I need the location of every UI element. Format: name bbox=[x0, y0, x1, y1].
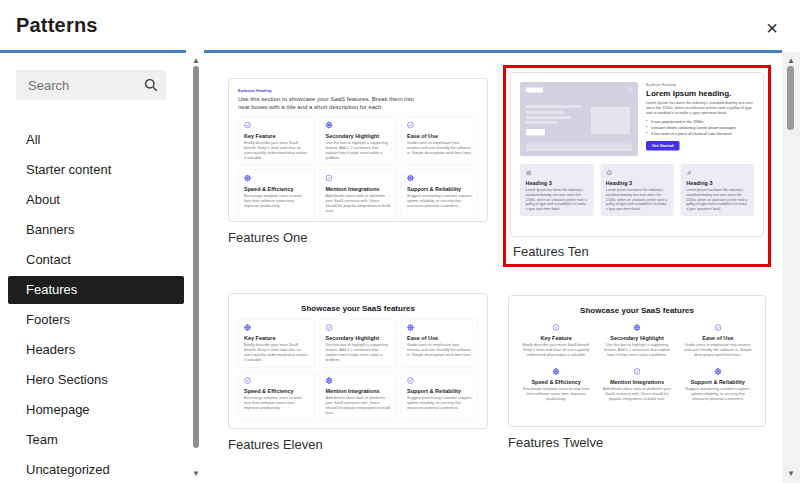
gear-icon bbox=[326, 122, 333, 130]
sidebar-scrollbar[interactable]: ▲ ▼ bbox=[189, 52, 203, 483]
pattern-features-twelve: Showcase your SaaS features Key Feature … bbox=[508, 295, 766, 450]
section-heading: Showcase your SaaS features bbox=[518, 306, 756, 315]
feature-title: Ease of Use bbox=[407, 335, 472, 341]
page-title: Patterns bbox=[16, 14, 98, 37]
sidebar-item-team[interactable]: Team bbox=[8, 425, 184, 455]
leaf-icon bbox=[686, 169, 693, 178]
sidebar-item-homepage[interactable]: Homepage bbox=[8, 395, 184, 425]
pattern-label: Features One bbox=[228, 230, 488, 245]
pattern-label: Features Eleven bbox=[228, 437, 488, 452]
pattern-card-features-twelve[interactable]: Showcase your SaaS features Key Feature … bbox=[508, 295, 766, 427]
check-circle-icon bbox=[244, 122, 251, 130]
gear-icon bbox=[553, 368, 560, 376]
feature-text: Guide users to emphasize how intuitive a… bbox=[684, 343, 752, 358]
pattern-features-ten-selected: Eyebrow Heading Lorem Ipsum heading. Lor… bbox=[503, 65, 771, 267]
feature-text: Briefly describe your main SaaS benefit.… bbox=[522, 343, 590, 358]
pattern-label: Features Ten bbox=[513, 244, 764, 259]
hero-paragraph: Lorem Ipsum has been the industry's stan… bbox=[646, 100, 754, 116]
header-divider bbox=[204, 50, 782, 53]
feature-title: Speed & Efficiency bbox=[244, 388, 309, 394]
bullet-list: It was popularised in the 1960s Letraset… bbox=[646, 119, 754, 136]
feature-text: Encourage template users to write how th… bbox=[244, 193, 309, 208]
check-circle-icon bbox=[633, 368, 640, 376]
feature-box: Secondary Highlight Use this box to high… bbox=[599, 321, 675, 361]
feature-title: Speed & Efficiency bbox=[522, 379, 590, 385]
sidebar-item-headers[interactable]: Headers bbox=[8, 335, 184, 365]
section-heading: Showcase your SaaS features bbox=[238, 304, 478, 313]
pattern-card-features-eleven[interactable]: Showcase your SaaS features Key Feature … bbox=[228, 293, 488, 429]
gear-icon bbox=[407, 175, 414, 183]
scroll-up-icon[interactable]: ▲ bbox=[189, 56, 203, 66]
feature-title: Mention Integrations bbox=[326, 186, 391, 192]
hero-image-placeholder bbox=[520, 82, 638, 156]
sidebar-item-banners[interactable]: Banners bbox=[8, 215, 184, 245]
feature-box: Mention Integrations Add details about t… bbox=[599, 365, 675, 405]
gear-icon bbox=[244, 324, 251, 332]
scroll-up-icon[interactable]: ▲ bbox=[782, 56, 800, 66]
feature-title: Key Feature bbox=[244, 335, 309, 341]
search-input[interactable] bbox=[26, 77, 144, 94]
sidebar-item-starter-content[interactable]: Starter content bbox=[8, 155, 184, 185]
check-circle-icon bbox=[714, 324, 721, 332]
main-scrollbar-thumb[interactable] bbox=[787, 66, 794, 130]
scroll-down-icon[interactable]: ▼ bbox=[189, 469, 203, 479]
scroll-down-icon[interactable]: ▼ bbox=[782, 469, 800, 479]
gear-icon bbox=[714, 368, 721, 376]
feature-text: Add details about tools or platforms you… bbox=[326, 396, 391, 416]
check-circle-icon bbox=[326, 175, 333, 183]
close-button[interactable]: × bbox=[758, 14, 786, 42]
heading3-title: Heading 3 bbox=[606, 180, 668, 186]
get-started-button: Get Started bbox=[646, 141, 680, 151]
bullet-item: Letraset sheets containing Lorem Ipsum p… bbox=[646, 125, 754, 130]
eyebrow-heading: Eyebrow Heading bbox=[646, 83, 754, 87]
main-scrollbar[interactable]: ▲ ▼ bbox=[782, 52, 800, 483]
feature-box: Key Feature Briefly describe your main S… bbox=[238, 319, 315, 368]
feature-box: Ease of Use Guide users to emphasize how… bbox=[401, 319, 478, 368]
sidebar-item-footers[interactable]: Footers bbox=[8, 305, 184, 335]
feature-title: Secondary Highlight bbox=[603, 335, 671, 341]
sidebar-item-all[interactable]: All bbox=[8, 125, 184, 155]
pattern-features-eleven: Showcase your SaaS features Key Feature … bbox=[228, 293, 488, 452]
feature-text: Suggest mentioning customer support, upt… bbox=[684, 387, 752, 402]
feature-box: Secondary Highlight Use this box to high… bbox=[320, 117, 397, 166]
sidebar-item-contact[interactable]: Contact bbox=[8, 245, 184, 275]
feature-box: Speed & Efficiency Encourage template us… bbox=[238, 372, 315, 421]
eyebrow-heading: Eyebrow Heading bbox=[238, 88, 478, 93]
feature-box: Support & Reliability Suggest mentioning… bbox=[401, 372, 478, 421]
gear-icon bbox=[633, 324, 640, 332]
feature-title: Ease of Use bbox=[684, 335, 752, 341]
check-circle-icon bbox=[407, 377, 414, 385]
header-divider bbox=[0, 50, 186, 53]
feature-title: Support & Reliability bbox=[407, 186, 472, 192]
bullet-item: It was popularised in the 1960s bbox=[646, 119, 754, 124]
feature-box: Support & Reliability Suggest mentioning… bbox=[401, 170, 478, 219]
sidebar-item-features[interactable]: Features bbox=[8, 276, 184, 304]
bullet-item: It has roots in a piece of classical Lat… bbox=[646, 131, 754, 136]
feature-box: Mention Integrations Add details about t… bbox=[320, 170, 397, 219]
heading3-box: Heading 3 Lorem Ipsum has been the indus… bbox=[520, 164, 593, 216]
sidebar-scrollbar-thumb[interactable] bbox=[193, 66, 199, 448]
feature-box: Speed & Efficiency Encourage template us… bbox=[518, 365, 594, 405]
heading3-text: Lorem Ipsum has been the industry's stan… bbox=[526, 188, 588, 212]
feature-title: Support & Reliability bbox=[407, 388, 472, 394]
pattern-card-features-one[interactable]: Eyebrow Heading Use this section to show… bbox=[228, 78, 488, 222]
feature-box: Support & Reliability Suggest mentioning… bbox=[680, 365, 756, 405]
search-box[interactable] bbox=[16, 70, 166, 100]
heading3-title: Heading 3 bbox=[526, 180, 588, 186]
feature-text: Briefly describe your main SaaS benefit.… bbox=[244, 343, 309, 363]
sidebar-item-uncategorized[interactable]: Uncategorized bbox=[8, 455, 184, 483]
sidebar-item-hero-sections[interactable]: Hero Sections bbox=[8, 365, 184, 395]
pattern-label: Features Twelve bbox=[508, 435, 766, 450]
feature-text: Encourage template users to write how th… bbox=[244, 396, 309, 411]
gear-icon bbox=[407, 324, 414, 332]
sidebar-item-about[interactable]: About bbox=[8, 185, 184, 215]
feature-title: Support & Reliability bbox=[684, 379, 752, 385]
feature-title: Mention Integrations bbox=[603, 379, 671, 385]
feature-text: Add details about tools or platforms you… bbox=[326, 193, 391, 213]
pattern-card-features-ten[interactable]: Eyebrow Heading Lorem Ipsum heading. Lor… bbox=[510, 72, 764, 237]
feature-text: Suggest mentioning customer support, upt… bbox=[407, 193, 472, 208]
gear-icon bbox=[326, 377, 333, 385]
heading3-box: Heading 3 Lorem Ipsum has been the indus… bbox=[600, 164, 673, 216]
feature-text: Use this box to highlight a supporting f… bbox=[326, 343, 391, 363]
feature-box: Key Feature Briefly describe your main S… bbox=[518, 321, 594, 361]
